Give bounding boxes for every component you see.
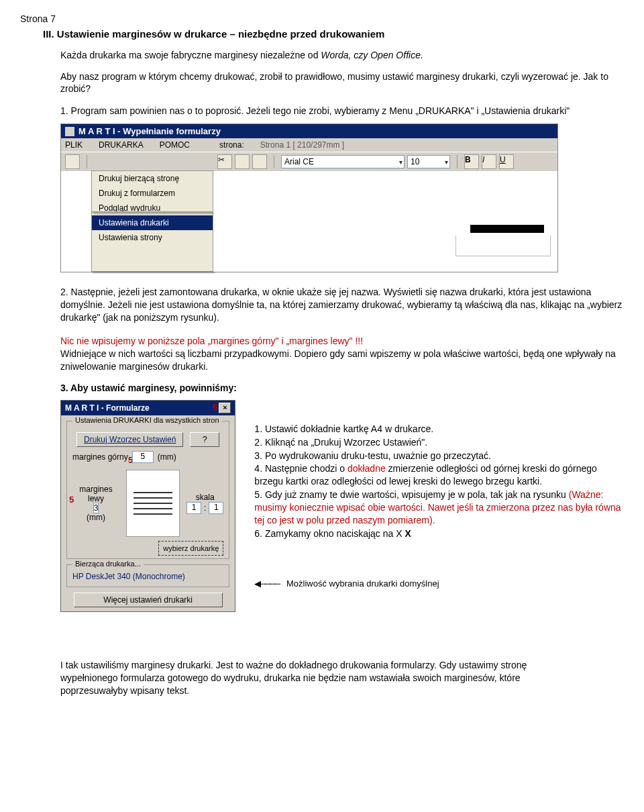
- current-printer-name: HP DeskJet 340 (Monochrome): [72, 572, 223, 581]
- intro-italic: Worda, czy Open Office.: [321, 50, 423, 60]
- menu-item-preview[interactable]: Podgląd wydruku: [92, 201, 213, 215]
- step-1: 1. Program sam powinien nas o to poprosi…: [60, 105, 624, 117]
- intro-text: Każda drukarka ma swoje fabryczne margin…: [60, 50, 321, 60]
- instr-4-red: dokładne: [347, 463, 386, 474]
- instr-6-text: 6. Zamykamy okno naciskając na X: [254, 528, 402, 539]
- cut-icon[interactable]: ✂: [217, 154, 232, 169]
- screenshot-menu: M A R T I - Wypełnianie formularzy PLIK …: [60, 123, 558, 272]
- warning-rest: Widniejące w nich wartości są liczbami p…: [60, 348, 616, 372]
- menu-item-printer-settings[interactable]: Ustawienia drukarki: [92, 215, 213, 230]
- input-margin-top[interactable]: 5: [132, 451, 154, 463]
- annotation-6: 6: [213, 402, 217, 412]
- warning-red: Nic nie wpisujemy w poniższe pola „margi…: [60, 336, 363, 346]
- menu-item-print-form[interactable]: Drukuj z formularzem: [92, 186, 213, 201]
- arrow-note-text: Możliwość wybrania drukarki domyślnej: [286, 578, 439, 589]
- underline-button[interactable]: U: [499, 154, 514, 169]
- instr-1: 1. Ustawić dokładnie kartkę A4 w drukarc…: [254, 423, 624, 436]
- print-pattern-button[interactable]: Drukuj Wzorzec Ustawień: [76, 432, 183, 447]
- scale-2[interactable]: 1: [209, 502, 223, 514]
- paste-icon[interactable]: [252, 154, 267, 169]
- menubar: PLIK DRUKARKA POMOC strona: Strona 1 [ 2…: [61, 138, 557, 152]
- section-heading: III. Ustawienie marginesów w drukarce – …: [43, 28, 624, 40]
- scale-1[interactable]: 1: [186, 502, 201, 514]
- window-title: M A R T I - Wypełnianie formularzy: [78, 126, 221, 136]
- close-button[interactable]: ×: [219, 403, 231, 413]
- font-combo[interactable]: Arial CE: [281, 155, 405, 168]
- group-title-1: Ustawienia DRUKARKI dla wszystkich stron: [72, 416, 222, 424]
- menu-drukarka[interactable]: DRUKARKA: [99, 140, 144, 150]
- arrow-note: ◀──── Możliwość wybrania drukarki domyśl…: [254, 578, 624, 590]
- intro-paragraph-1: Każda drukarka ma swoje fabryczne margin…: [60, 49, 624, 61]
- unit-mm-2: (mm): [72, 513, 119, 522]
- instr-4a: 4. Następnie chodzi o: [254, 463, 347, 474]
- step-3-heading: 3. Aby ustawić marginesy, powinniśmy:: [60, 383, 624, 393]
- warning-line: Nic nie wpisujemy w poniższe pola „margi…: [60, 335, 624, 373]
- intro-paragraph-2: Aby nasz program w którym chcemy drukowa…: [60, 70, 624, 95]
- instr-2: 2. Kliknąć na „Drukuj Wzorzec Ustawień".: [254, 436, 624, 449]
- scale-colon: :: [204, 503, 206, 513]
- label-margin-left: margines lewy: [72, 485, 119, 503]
- choose-printer-button[interactable]: wybierz drukarkę: [158, 541, 223, 556]
- dialog-titlebar: M A R T I - Formularze ×: [61, 401, 235, 415]
- step-2: 2. Następnie, jeżeli jest zamontowana dr…: [60, 286, 624, 324]
- instr-3: 3. Po wydrukowaniu druku-testu, uważnie …: [254, 450, 624, 462]
- gray-outline: [455, 236, 551, 256]
- redaction-bar: [470, 225, 544, 233]
- app-icon: [65, 127, 74, 136]
- input-margin-left[interactable]: 3: [93, 503, 99, 513]
- group-printer-settings: Ustawienia DRUKARKI dla wszystkich stron…: [66, 421, 229, 559]
- unit-mm-1: (mm): [158, 452, 176, 462]
- bold-button[interactable]: B: [464, 154, 479, 169]
- drukarka-dropdown: [92, 211, 214, 213]
- italic-button[interactable]: I: [482, 154, 496, 169]
- dropdown-menu: Drukuj bierzącą stronę Drukuj z formular…: [91, 170, 213, 272]
- label-margin-top: margines górny: [72, 452, 128, 462]
- canvas-area: [213, 171, 557, 272]
- label-skala: skala: [186, 493, 223, 502]
- doc-icon[interactable]: [65, 154, 80, 169]
- paper-preview: [126, 470, 180, 537]
- instr-5: 5. Gdy już znamy te dwie wartości, wpisu…: [254, 489, 624, 527]
- menu-item-page-settings[interactable]: Ustawienia strony: [92, 230, 213, 245]
- size-combo[interactable]: 10: [407, 155, 450, 168]
- copy-icon[interactable]: [235, 154, 250, 169]
- page-label: strona:: [219, 140, 244, 150]
- help-button[interactable]: ?: [190, 432, 219, 447]
- dialog-title: M A R T I - Formularze: [65, 403, 150, 413]
- closing-paragraph: I tak ustawiliśmy marginesy drukarki. Je…: [60, 659, 584, 697]
- instr-5a: 5. Gdy już znamy te dwie wartości, wpisu…: [254, 489, 568, 500]
- screenshot-dialog: 6 2 5 5 M A R T I - Formularze × Ustawie…: [60, 400, 235, 612]
- instr-6: 6. Zamykamy okno naciskając na X X: [254, 527, 624, 540]
- more-settings-button[interactable]: Więcej ustawień drukarki: [74, 593, 223, 607]
- menu-item-print-current[interactable]: Drukuj bierzącą stronę: [92, 171, 213, 186]
- toolbar: ✂ Arial CE 10 B I U: [61, 152, 557, 171]
- group-current-printer: Bierząca drukarka... HP DeskJet 340 (Mon…: [66, 564, 229, 587]
- menu-plik[interactable]: PLIK: [65, 140, 83, 150]
- menu-pomoc[interactable]: POMOC: [160, 140, 190, 150]
- group-title-2: Bierząca drukarka...: [72, 560, 144, 568]
- page-number: Strona 7: [20, 13, 624, 24]
- page-info: Strona 1 [ 210/297mm ]: [260, 140, 344, 150]
- instr-4: 4. Następnie chodzi o dokładne zmierzeni…: [254, 462, 624, 488]
- instructions-list: 1. Ustawić dokładnie kartkę A4 w drukarc…: [254, 400, 624, 590]
- window-titlebar: M A R T I - Wypełnianie formularzy: [61, 124, 557, 138]
